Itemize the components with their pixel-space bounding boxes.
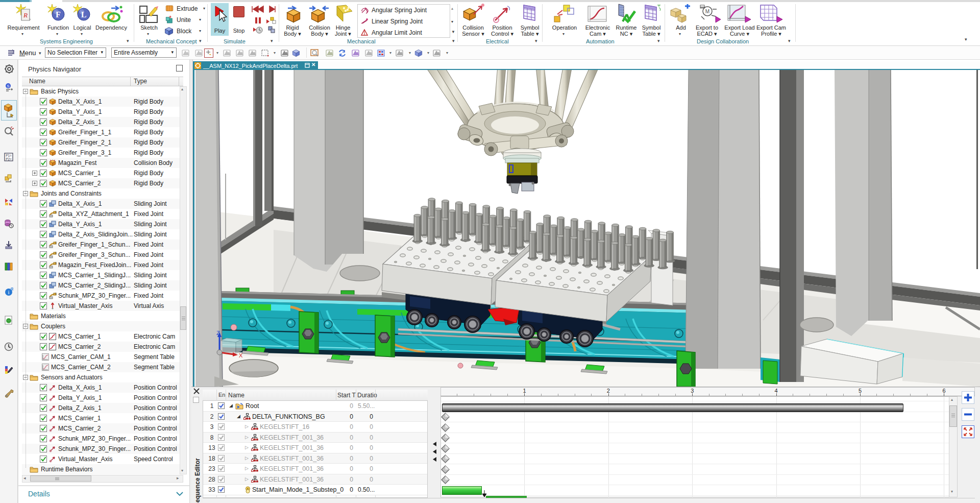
svg-text:F: F <box>56 10 61 19</box>
svg-text:1: 1 <box>55 261 57 265</box>
svg-text:1: 1 <box>55 210 57 213</box>
svg-text:L: L <box>81 10 87 19</box>
svg-text:M: M <box>705 9 709 14</box>
svg-text:i: i <box>8 289 9 295</box>
svg-text:Z: Z <box>216 330 220 336</box>
svg-text:S: S <box>7 84 9 88</box>
svg-text:1: 1 <box>55 292 57 295</box>
svg-text:1: 1 <box>55 241 57 244</box>
svg-text:P2=: P2= <box>6 157 12 161</box>
svg-text:1: 1 <box>55 251 57 254</box>
svg-text:R: R <box>23 11 28 19</box>
svg-text:X: X <box>239 352 243 358</box>
